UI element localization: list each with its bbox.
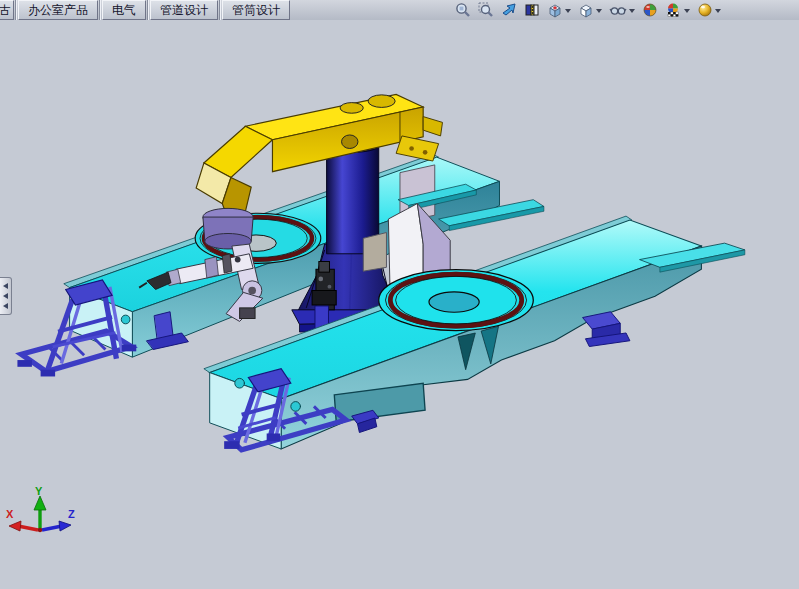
panel-expander-button[interactable] xyxy=(0,277,12,315)
previous-view-button[interactable] xyxy=(501,1,517,19)
tab-office-products[interactable]: 办公室产品 xyxy=(18,0,98,20)
tab-separator xyxy=(99,0,101,20)
dropdown-arrow-icon xyxy=(629,9,635,13)
tab-tubing-design[interactable]: 管筒设计 xyxy=(222,0,290,20)
tab-separator xyxy=(219,0,221,20)
chevron-left-icon xyxy=(3,283,8,289)
tab-evaluate-partial[interactable]: 古 xyxy=(0,0,14,20)
edit-appearance-icon xyxy=(642,2,658,18)
view-orientation-button[interactable] xyxy=(547,1,571,19)
right-end-support-block[interactable] xyxy=(583,312,630,347)
apply-scene-icon xyxy=(665,2,682,18)
display-style-button[interactable] xyxy=(578,1,602,19)
dropdown-arrow-icon xyxy=(684,9,690,13)
view-settings-button[interactable] xyxy=(697,1,721,19)
zoom-to-area-icon xyxy=(478,2,494,18)
dropdown-arrow-icon xyxy=(715,9,721,13)
edit-appearance-button[interactable] xyxy=(642,1,658,19)
zoom-to-fit-icon xyxy=(455,2,471,18)
dropdown-arrow-icon xyxy=(596,9,602,13)
viewport-3d[interactable]: Y X Z xyxy=(0,20,799,589)
chevron-left-icon xyxy=(3,303,8,309)
section-view-button[interactable] xyxy=(524,1,540,19)
section-view-icon xyxy=(524,2,540,18)
triad-x-label: X xyxy=(6,508,14,520)
heads-up-view-toolbar xyxy=(455,0,799,20)
triad-y-label: Y xyxy=(35,485,43,497)
wire-feeder-box[interactable] xyxy=(312,262,336,310)
tab-separator xyxy=(15,0,17,20)
tab-separator xyxy=(147,0,149,20)
display-style-icon xyxy=(578,2,594,18)
view-orientation-icon xyxy=(547,2,563,18)
hide-show-items-icon xyxy=(609,2,627,18)
triad-z-label: Z xyxy=(68,508,75,520)
zoom-to-area-button[interactable] xyxy=(478,1,494,19)
assembly-model xyxy=(0,20,799,589)
previous-view-icon xyxy=(501,2,517,18)
right-beam-ring[interactable] xyxy=(379,270,534,331)
view-settings-icon xyxy=(697,2,713,18)
reference-triad: Y X Z xyxy=(4,484,84,548)
chevron-left-icon xyxy=(3,293,8,299)
tab-electrical[interactable]: 电气 xyxy=(102,0,146,20)
apply-scene-button[interactable] xyxy=(665,1,690,19)
dropdown-arrow-icon xyxy=(565,9,571,13)
command-manager-toolbar: 古 办公室产品 电气 管道设计 管筒设计 xyxy=(0,0,799,21)
hide-show-items-button[interactable] xyxy=(609,1,635,19)
zoom-to-fit-button[interactable] xyxy=(455,1,471,19)
tab-piping-design[interactable]: 管道设计 xyxy=(150,0,218,20)
